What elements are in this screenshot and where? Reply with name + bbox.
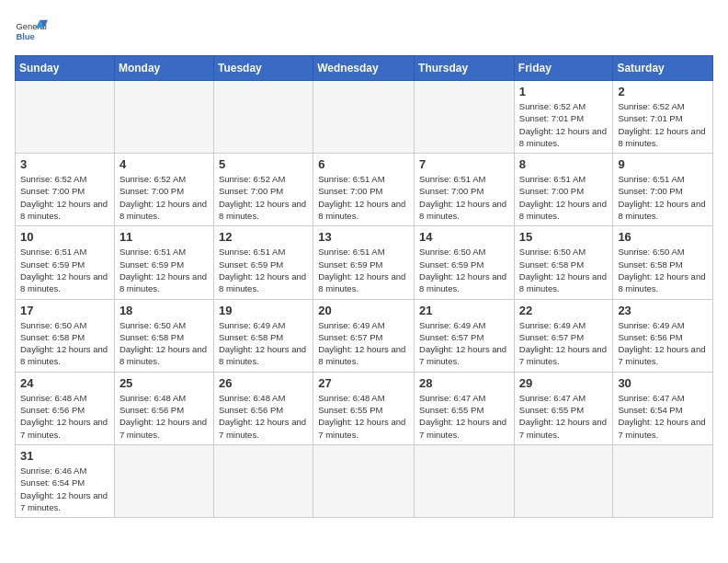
calendar-day-cell: 20Sunrise: 6:49 AMSunset: 6:57 PMDayligh… <box>313 299 415 372</box>
calendar-day-cell: 26Sunrise: 6:48 AMSunset: 6:56 PMDayligh… <box>213 372 313 444</box>
calendar-day-cell <box>415 81 515 154</box>
calendar-day-cell: 7Sunrise: 6:51 AMSunset: 7:00 PMDaylight… <box>415 154 515 226</box>
calendar-day-cell: 28Sunrise: 6:47 AMSunset: 6:55 PMDayligh… <box>415 372 515 444</box>
day-number: 31 <box>20 449 109 463</box>
calendar-day-cell: 22Sunrise: 6:49 AMSunset: 6:57 PMDayligh… <box>514 299 613 372</box>
day-info: Sunrise: 6:52 AMSunset: 7:00 PMDaylight:… <box>119 173 209 222</box>
calendar-day-cell: 17Sunrise: 6:50 AMSunset: 6:58 PMDayligh… <box>16 299 115 372</box>
calendar-day-cell <box>213 444 313 517</box>
svg-text:Blue: Blue <box>16 32 34 41</box>
calendar-week-row: 31Sunrise: 6:46 AMSunset: 6:54 PMDayligh… <box>16 444 713 517</box>
calendar-day-cell <box>613 444 713 517</box>
day-info: Sunrise: 6:51 AMSunset: 7:00 PMDaylight:… <box>318 173 409 222</box>
day-info: Sunrise: 6:49 AMSunset: 6:57 PMDaylight:… <box>318 319 409 368</box>
day-number: 5 <box>219 157 308 171</box>
day-info: Sunrise: 6:51 AMSunset: 7:00 PMDaylight:… <box>618 173 708 222</box>
day-info: Sunrise: 6:52 AMSunset: 7:01 PMDaylight:… <box>618 100 708 149</box>
calendar-table: SundayMondayTuesdayWednesdayThursdayFrid… <box>15 55 713 518</box>
day-number: 17 <box>20 304 109 317</box>
day-number: 20 <box>318 304 409 317</box>
day-number: 10 <box>20 230 109 244</box>
day-info: Sunrise: 6:51 AMSunset: 7:00 PMDaylight:… <box>419 173 509 222</box>
day-number: 3 <box>20 157 109 171</box>
calendar-day-cell: 4Sunrise: 6:52 AMSunset: 7:00 PMDaylight… <box>114 154 213 226</box>
day-number: 21 <box>419 304 509 317</box>
calendar-day-cell: 18Sunrise: 6:50 AMSunset: 6:58 PMDayligh… <box>114 299 213 372</box>
calendar-day-cell: 13Sunrise: 6:51 AMSunset: 6:59 PMDayligh… <box>313 226 415 299</box>
day-info: Sunrise: 6:47 AMSunset: 6:54 PMDaylight:… <box>618 392 708 441</box>
day-info: Sunrise: 6:50 AMSunset: 6:58 PMDaylight:… <box>618 246 708 294</box>
day-number: 15 <box>519 230 609 244</box>
day-number: 11 <box>119 230 209 244</box>
day-of-week-header: Saturday <box>613 56 713 81</box>
generalblue-logo-icon: General Blue <box>15 15 48 48</box>
day-info: Sunrise: 6:50 AMSunset: 6:58 PMDaylight:… <box>20 319 109 368</box>
day-info: Sunrise: 6:48 AMSunset: 6:56 PMDaylight:… <box>119 392 209 441</box>
day-number: 16 <box>618 230 708 244</box>
calendar-day-cell: 1Sunrise: 6:52 AMSunset: 7:01 PMDaylight… <box>514 81 613 154</box>
day-of-week-header: Tuesday <box>213 56 313 81</box>
day-number: 18 <box>119 304 209 317</box>
day-of-week-header: Friday <box>514 56 613 81</box>
day-number: 26 <box>219 376 308 390</box>
day-of-week-header: Thursday <box>415 56 515 81</box>
day-number: 2 <box>618 85 708 98</box>
day-info: Sunrise: 6:49 AMSunset: 6:58 PMDaylight:… <box>219 319 308 368</box>
calendar-header-row: SundayMondayTuesdayWednesdayThursdayFrid… <box>16 56 713 81</box>
day-number: 25 <box>119 376 209 390</box>
calendar-day-cell <box>16 81 115 154</box>
day-info: Sunrise: 6:47 AMSunset: 6:55 PMDaylight:… <box>519 392 609 441</box>
day-number: 24 <box>20 376 109 390</box>
day-number: 29 <box>519 376 609 390</box>
calendar-day-cell <box>514 444 613 517</box>
day-info: Sunrise: 6:49 AMSunset: 6:57 PMDaylight:… <box>519 319 609 368</box>
calendar-day-cell: 9Sunrise: 6:51 AMSunset: 7:00 PMDaylight… <box>613 154 713 226</box>
calendar-day-cell: 23Sunrise: 6:49 AMSunset: 6:56 PMDayligh… <box>613 299 713 372</box>
calendar-day-cell: 21Sunrise: 6:49 AMSunset: 6:57 PMDayligh… <box>415 299 515 372</box>
day-info: Sunrise: 6:52 AMSunset: 7:00 PMDaylight:… <box>219 173 308 222</box>
calendar-day-cell: 10Sunrise: 6:51 AMSunset: 6:59 PMDayligh… <box>16 226 115 299</box>
day-info: Sunrise: 6:50 AMSunset: 6:58 PMDaylight:… <box>119 319 209 368</box>
day-number: 12 <box>219 230 308 244</box>
calendar-week-row: 1Sunrise: 6:52 AMSunset: 7:01 PMDaylight… <box>16 81 713 154</box>
day-of-week-header: Monday <box>114 56 213 81</box>
calendar-day-cell: 24Sunrise: 6:48 AMSunset: 6:56 PMDayligh… <box>16 372 115 444</box>
calendar-day-cell <box>114 444 213 517</box>
day-info: Sunrise: 6:50 AMSunset: 6:58 PMDaylight:… <box>519 246 609 294</box>
day-info: Sunrise: 6:48 AMSunset: 6:56 PMDaylight:… <box>219 392 308 441</box>
day-number: 22 <box>519 304 609 317</box>
calendar-day-cell <box>313 81 415 154</box>
day-info: Sunrise: 6:46 AMSunset: 6:54 PMDaylight:… <box>20 465 109 513</box>
calendar-day-cell <box>213 81 313 154</box>
day-info: Sunrise: 6:49 AMSunset: 6:57 PMDaylight:… <box>419 319 509 368</box>
calendar-day-cell: 6Sunrise: 6:51 AMSunset: 7:00 PMDaylight… <box>313 154 415 226</box>
day-number: 27 <box>318 376 409 390</box>
day-info: Sunrise: 6:49 AMSunset: 6:56 PMDaylight:… <box>618 319 708 368</box>
day-info: Sunrise: 6:51 AMSunset: 6:59 PMDaylight:… <box>119 246 209 294</box>
day-info: Sunrise: 6:52 AMSunset: 7:00 PMDaylight:… <box>20 173 109 222</box>
calendar-day-cell: 14Sunrise: 6:50 AMSunset: 6:59 PMDayligh… <box>415 226 515 299</box>
calendar-day-cell: 19Sunrise: 6:49 AMSunset: 6:58 PMDayligh… <box>213 299 313 372</box>
day-info: Sunrise: 6:51 AMSunset: 6:59 PMDaylight:… <box>219 246 308 294</box>
calendar-week-row: 10Sunrise: 6:51 AMSunset: 6:59 PMDayligh… <box>16 226 713 299</box>
day-info: Sunrise: 6:50 AMSunset: 6:59 PMDaylight:… <box>419 246 509 294</box>
day-number: 19 <box>219 304 308 317</box>
calendar-day-cell: 2Sunrise: 6:52 AMSunset: 7:01 PMDaylight… <box>613 81 713 154</box>
calendar-day-cell: 25Sunrise: 6:48 AMSunset: 6:56 PMDayligh… <box>114 372 213 444</box>
calendar-day-cell: 30Sunrise: 6:47 AMSunset: 6:54 PMDayligh… <box>613 372 713 444</box>
calendar-week-row: 17Sunrise: 6:50 AMSunset: 6:58 PMDayligh… <box>16 299 713 372</box>
calendar-day-cell: 16Sunrise: 6:50 AMSunset: 6:58 PMDayligh… <box>613 226 713 299</box>
calendar-day-cell: 11Sunrise: 6:51 AMSunset: 6:59 PMDayligh… <box>114 226 213 299</box>
day-info: Sunrise: 6:51 AMSunset: 7:00 PMDaylight:… <box>519 173 609 222</box>
calendar-day-cell: 15Sunrise: 6:50 AMSunset: 6:58 PMDayligh… <box>514 226 613 299</box>
calendar-day-cell <box>114 81 213 154</box>
day-number: 9 <box>618 157 708 171</box>
day-info: Sunrise: 6:47 AMSunset: 6:55 PMDaylight:… <box>419 392 509 441</box>
day-number: 28 <box>419 376 509 390</box>
calendar-day-cell: 5Sunrise: 6:52 AMSunset: 7:00 PMDaylight… <box>213 154 313 226</box>
day-number: 13 <box>318 230 409 244</box>
logo: General Blue <box>15 15 48 48</box>
calendar-day-cell <box>313 444 415 517</box>
day-number: 1 <box>519 85 609 98</box>
calendar-week-row: 24Sunrise: 6:48 AMSunset: 6:56 PMDayligh… <box>16 372 713 444</box>
